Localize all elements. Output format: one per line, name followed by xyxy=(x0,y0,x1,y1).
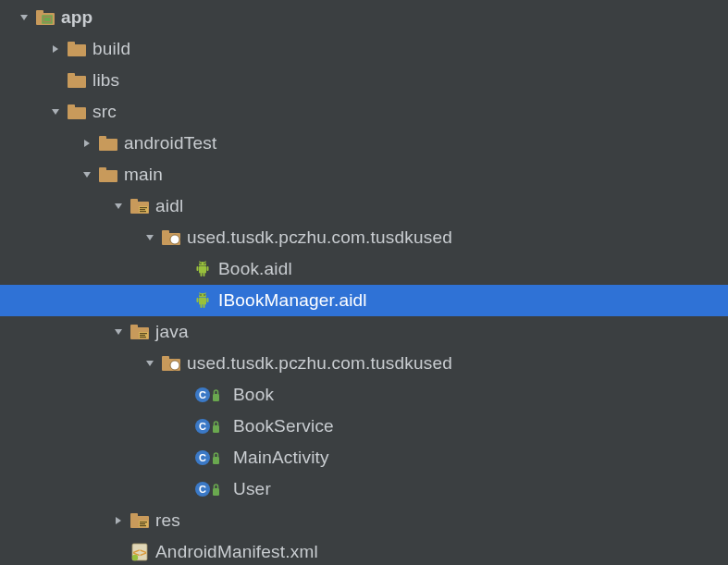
svg-rect-35 xyxy=(201,273,203,276)
svg-marker-50 xyxy=(115,329,122,335)
chevron-down-icon[interactable] xyxy=(142,232,157,243)
tree-item-src[interactable]: src xyxy=(0,96,728,128)
tree-item-label: Book.aidl xyxy=(218,259,292,279)
tree-item-libs[interactable]: libs xyxy=(0,65,728,96)
manifest-icon: <> xyxy=(130,542,150,562)
tree-item-manifest[interactable]: <> AndroidManifest.xml xyxy=(0,536,728,565)
svg-marker-17 xyxy=(83,172,91,178)
tree-item-class-book[interactable]: C Book xyxy=(0,379,728,411)
svg-marker-11 xyxy=(52,109,59,115)
svg-marker-20 xyxy=(115,203,122,209)
tree-item-build[interactable]: build xyxy=(0,33,728,65)
svg-text:C: C xyxy=(199,389,206,400)
svg-rect-79 xyxy=(140,523,145,524)
chevron-down-icon[interactable] xyxy=(17,12,31,23)
tree-item-ibookmgr-aidl[interactable]: IBookManager.aidl xyxy=(0,285,728,316)
folder-icon xyxy=(67,70,87,91)
tree-item-java[interactable]: java xyxy=(0,316,728,348)
tree-item-label: Book xyxy=(233,385,274,405)
svg-point-39 xyxy=(200,263,201,264)
svg-rect-59 xyxy=(162,356,169,361)
tree-item-pkg-java[interactable]: used.tusdk.pczhu.com.tusdkused xyxy=(0,348,728,379)
svg-rect-26 xyxy=(140,211,146,212)
svg-rect-64 xyxy=(213,394,219,401)
src-folder-icon xyxy=(130,196,150,216)
svg-point-48 xyxy=(200,294,201,295)
package-icon xyxy=(161,353,181,374)
chevron-down-icon[interactable] xyxy=(48,106,63,117)
chevron-down-icon[interactable] xyxy=(80,169,94,180)
tree-item-label: MainActivity xyxy=(233,448,329,468)
svg-rect-80 xyxy=(140,525,146,526)
android-icon xyxy=(192,290,213,311)
svg-line-37 xyxy=(200,262,202,264)
tree-item-class-bookserv[interactable]: C BookService xyxy=(0,411,728,442)
svg-rect-10 xyxy=(68,73,75,78)
src-folder-icon xyxy=(130,322,150,342)
svg-marker-74 xyxy=(116,517,121,524)
svg-marker-57 xyxy=(146,361,154,366)
tree-item-res[interactable]: res xyxy=(0,505,728,536)
svg-rect-43 xyxy=(207,298,209,302)
svg-rect-22 xyxy=(130,199,138,203)
tree-item-label: build xyxy=(93,39,130,59)
svg-text:C: C xyxy=(199,452,206,463)
svg-rect-2 xyxy=(36,10,43,15)
android-icon xyxy=(192,259,213,279)
tree-item-label: used.tusdk.pczhu.com.tusdkused xyxy=(187,353,452,374)
svg-rect-13 xyxy=(68,104,75,109)
class-icon: C xyxy=(192,479,228,499)
svg-line-47 xyxy=(204,293,206,295)
chevron-right-icon[interactable] xyxy=(48,43,63,55)
svg-rect-45 xyxy=(204,304,205,308)
class-icon: C xyxy=(192,448,228,468)
svg-rect-32 xyxy=(199,266,206,274)
svg-text:C: C xyxy=(199,421,206,432)
svg-marker-6 xyxy=(53,45,58,53)
tree-item-label: libs xyxy=(93,70,119,91)
class-icon: C xyxy=(192,385,228,405)
module-icon xyxy=(35,7,56,28)
tree-item-class-mainact[interactable]: C MainActivity xyxy=(0,442,728,473)
svg-rect-73 xyxy=(213,488,219,496)
svg-rect-34 xyxy=(207,266,209,271)
tree-item-app[interactable]: app xyxy=(0,2,728,33)
tree-item-label: main xyxy=(124,165,163,185)
svg-rect-42 xyxy=(197,298,199,302)
tree-item-label: IBookManager.aidl xyxy=(218,290,367,311)
svg-rect-55 xyxy=(140,335,145,336)
chevron-right-icon[interactable] xyxy=(80,138,94,149)
tree-item-class-user[interactable]: C User xyxy=(0,473,728,505)
svg-rect-78 xyxy=(140,522,147,522)
tree-item-label: aidl xyxy=(155,196,183,216)
tree-item-androidTest[interactable]: androidTest xyxy=(0,128,728,159)
svg-line-46 xyxy=(200,293,202,295)
svg-rect-36 xyxy=(204,273,205,276)
tree-item-book-aidl[interactable]: Book.aidl xyxy=(0,253,728,285)
svg-point-84 xyxy=(132,555,138,560)
chevron-down-icon[interactable] xyxy=(142,358,157,369)
tree-item-label: AndroidManifest.xml xyxy=(155,542,318,562)
chevron-down-icon[interactable] xyxy=(111,326,126,338)
chevron-right-icon[interactable] xyxy=(111,515,126,526)
tree-item-main[interactable]: main xyxy=(0,159,728,190)
svg-point-40 xyxy=(204,263,204,264)
tree-item-pkg-aidl[interactable]: used.tusdk.pczhu.com.tusdkused xyxy=(0,222,728,253)
svg-point-49 xyxy=(204,294,204,295)
svg-line-38 xyxy=(204,262,206,264)
svg-rect-54 xyxy=(140,333,147,334)
svg-rect-5 xyxy=(44,18,50,21)
tree-item-label: User xyxy=(233,479,271,499)
tree-item-label: androidTest xyxy=(124,133,216,154)
package-icon xyxy=(161,227,181,248)
tree-item-label: app xyxy=(61,7,93,28)
folder-icon xyxy=(67,102,87,122)
svg-rect-67 xyxy=(213,425,219,433)
svg-rect-76 xyxy=(130,513,138,518)
class-icon: C xyxy=(192,416,228,436)
svg-rect-24 xyxy=(140,207,147,208)
chevron-down-icon[interactable] xyxy=(111,201,126,212)
svg-marker-27 xyxy=(146,235,154,240)
tree-item-aidl[interactable]: aidl xyxy=(0,190,728,222)
tree-item-label: java xyxy=(155,322,189,342)
